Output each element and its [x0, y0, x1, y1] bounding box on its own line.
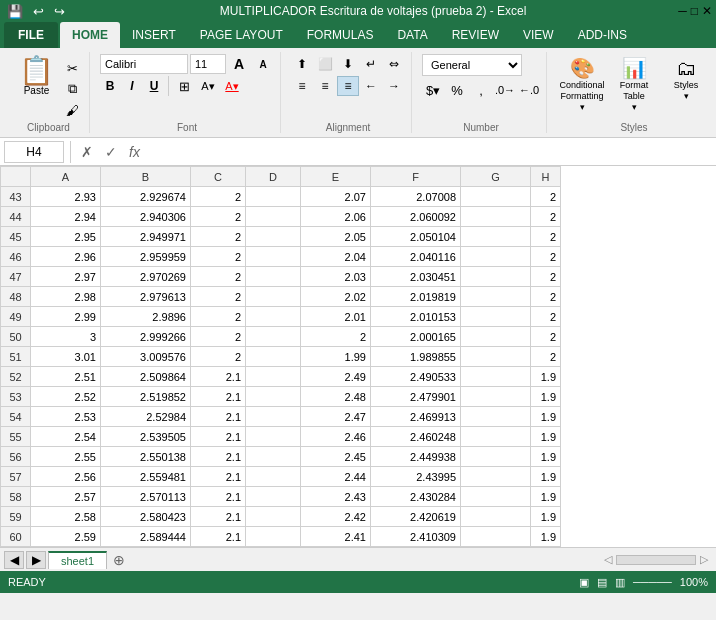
close-btn[interactable]: ✕: [702, 4, 712, 18]
cell-60-C[interactable]: 2.1: [191, 527, 246, 547]
cell-58-B[interactable]: 2.570113: [101, 487, 191, 507]
cell-56-E[interactable]: 2.45: [301, 447, 371, 467]
cell-50-A[interactable]: 3: [31, 327, 101, 347]
font-size-input[interactable]: [190, 54, 226, 74]
cell-55-F[interactable]: 2.460248: [371, 427, 461, 447]
cell-50-D[interactable]: [246, 327, 301, 347]
cell-54-D[interactable]: [246, 407, 301, 427]
cell-51-H[interactable]: 2: [531, 347, 561, 367]
cell-59-E[interactable]: 2.42: [301, 507, 371, 527]
cell-48-C[interactable]: 2: [191, 287, 246, 307]
tab-page-layout[interactable]: PAGE LAYOUT: [188, 22, 295, 48]
merge-center-btn[interactable]: ⇔: [383, 54, 405, 74]
cell-50-C[interactable]: 2: [191, 327, 246, 347]
maximize-btn[interactable]: □: [691, 4, 698, 18]
bold-button[interactable]: B: [100, 76, 120, 96]
cell-49-B[interactable]: 2.9896: [101, 307, 191, 327]
cell-46-G[interactable]: [461, 247, 531, 267]
cell-59-H[interactable]: 1.9: [531, 507, 561, 527]
col-header-C[interactable]: C: [191, 167, 246, 187]
cell-49-D[interactable]: [246, 307, 301, 327]
cell-53-H[interactable]: 1.9: [531, 387, 561, 407]
row-header-56[interactable]: 56: [1, 447, 31, 467]
cell-59-D[interactable]: [246, 507, 301, 527]
normal-view-btn[interactable]: ▣: [579, 576, 589, 589]
cell-53-B[interactable]: 2.519852: [101, 387, 191, 407]
cell-59-F[interactable]: 2.420619: [371, 507, 461, 527]
cell-45-E[interactable]: 2.05: [301, 227, 371, 247]
tab-data[interactable]: DATA: [385, 22, 439, 48]
cell-45-A[interactable]: 2.95: [31, 227, 101, 247]
col-header-B[interactable]: B: [101, 167, 191, 187]
cell-57-A[interactable]: 2.56: [31, 467, 101, 487]
cell-55-B[interactable]: 2.539505: [101, 427, 191, 447]
copy-button[interactable]: ⧉: [61, 79, 83, 99]
cell-60-B[interactable]: 2.589444: [101, 527, 191, 547]
insert-function-icon[interactable]: fx: [125, 144, 144, 160]
redo-icon[interactable]: ↪: [51, 4, 68, 19]
cell-60-G[interactable]: [461, 527, 531, 547]
cell-47-G[interactable]: [461, 267, 531, 287]
cell-46-A[interactable]: 2.96: [31, 247, 101, 267]
add-sheet-btn[interactable]: ⊕: [109, 551, 129, 569]
cell-52-B[interactable]: 2.509864: [101, 367, 191, 387]
cell-47-C[interactable]: 2: [191, 267, 246, 287]
corner-header[interactable]: [1, 167, 31, 187]
cell-49-C[interactable]: 2: [191, 307, 246, 327]
decrease-font-btn[interactable]: A: [252, 54, 274, 74]
cell-53-D[interactable]: [246, 387, 301, 407]
cell-55-D[interactable]: [246, 427, 301, 447]
cell-45-D[interactable]: [246, 227, 301, 247]
cell-43-D[interactable]: [246, 187, 301, 207]
row-header-48[interactable]: 48: [1, 287, 31, 307]
increase-decimal-btn[interactable]: .0→: [494, 80, 516, 100]
cell-48-H[interactable]: 2: [531, 287, 561, 307]
cell-57-D[interactable]: [246, 467, 301, 487]
cell-55-H[interactable]: 1.9: [531, 427, 561, 447]
tab-review[interactable]: REVIEW: [440, 22, 511, 48]
col-header-G[interactable]: G: [461, 167, 531, 187]
fill-color-button[interactable]: A▾: [197, 76, 219, 96]
cell-60-E[interactable]: 2.41: [301, 527, 371, 547]
cell-58-A[interactable]: 2.57: [31, 487, 101, 507]
wrap-text-btn[interactable]: ↵: [360, 54, 382, 74]
row-header-50[interactable]: 50: [1, 327, 31, 347]
cell-46-D[interactable]: [246, 247, 301, 267]
cell-53-G[interactable]: [461, 387, 531, 407]
cell-57-H[interactable]: 1.9: [531, 467, 561, 487]
page-layout-view-btn[interactable]: ▤: [597, 576, 607, 589]
cell-58-E[interactable]: 2.43: [301, 487, 371, 507]
tab-add-ins[interactable]: ADD-INS: [566, 22, 639, 48]
col-header-F[interactable]: F: [371, 167, 461, 187]
cell-51-C[interactable]: 2: [191, 347, 246, 367]
comma-btn[interactable]: ,: [470, 80, 492, 100]
cell-47-B[interactable]: 2.970269: [101, 267, 191, 287]
cell-58-H[interactable]: 1.9: [531, 487, 561, 507]
cell-57-F[interactable]: 2.43995: [371, 467, 461, 487]
cell-56-C[interactable]: 2.1: [191, 447, 246, 467]
cell-56-B[interactable]: 2.550138: [101, 447, 191, 467]
cell-styles-btn[interactable]: 🗂 Styles ▾: [661, 54, 711, 103]
cell-46-B[interactable]: 2.959959: [101, 247, 191, 267]
row-header-51[interactable]: 51: [1, 347, 31, 367]
cell-52-D[interactable]: [246, 367, 301, 387]
align-left-btn[interactable]: ≡: [291, 76, 313, 96]
row-header-57[interactable]: 57: [1, 467, 31, 487]
cell-44-B[interactable]: 2.940306: [101, 207, 191, 227]
cell-44-C[interactable]: 2: [191, 207, 246, 227]
cell-55-A[interactable]: 2.54: [31, 427, 101, 447]
cell-48-G[interactable]: [461, 287, 531, 307]
cell-54-F[interactable]: 2.469913: [371, 407, 461, 427]
cell-46-E[interactable]: 2.04: [301, 247, 371, 267]
row-header-49[interactable]: 49: [1, 307, 31, 327]
tab-insert[interactable]: INSERT: [120, 22, 188, 48]
cancel-formula-icon[interactable]: ✗: [77, 144, 97, 160]
cell-51-B[interactable]: 3.009576: [101, 347, 191, 367]
cell-46-F[interactable]: 2.040116: [371, 247, 461, 267]
font-name-input[interactable]: [100, 54, 188, 74]
cell-45-G[interactable]: [461, 227, 531, 247]
sheet-scroll[interactable]: ABCDEFGH 432.932.92967422.072.070082442.…: [0, 166, 716, 547]
cell-45-B[interactable]: 2.949971: [101, 227, 191, 247]
row-header-53[interactable]: 53: [1, 387, 31, 407]
cell-53-F[interactable]: 2.479901: [371, 387, 461, 407]
